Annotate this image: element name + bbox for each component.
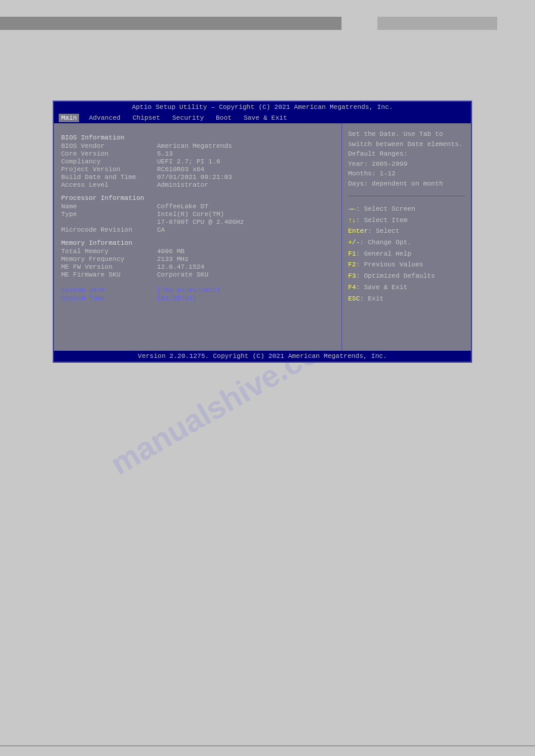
row-compliancy: Compliancy UEFI 2.7; PI 1.6 [61,158,334,165]
value-project-version: RC610RO3 x64 [157,166,204,173]
menu-item-main[interactable]: Main [59,114,79,122]
section-processor-info: Processor Information [61,195,334,202]
key-label-f2: F2 [348,261,356,268]
key-f1: F1: General Help [348,248,465,260]
bios-content: BIOS Information BIOS Vendor American Me… [54,123,471,351]
bios-help-text: Set the Date. Use Tab to switch between … [348,129,465,196]
row-microcode: Microcode Revision CA [61,226,334,233]
menu-item-chipset[interactable]: Chipset [130,114,162,122]
value-system-date[interactable]: [Thu 07/01/2021] [157,287,220,294]
key-f4: F4: Save & Exit [348,282,465,293]
key-f3: F3: Optimized Defaults [348,271,465,282]
row-bios-vendor: BIOS Vendor American Megatrends [61,142,334,150]
label-core-version: Core Version [61,150,157,157]
row-core-version: Core Version 5.13 [61,150,334,157]
label-bios-vendor: BIOS Vendor [61,142,157,150]
row-me-sku: ME Firmware SKU Corporate SKU [61,271,334,278]
key-select-item: ↑↓: Select Item [348,215,465,226]
key-select-screen: →←: Select Screen [348,204,465,215]
label-total-memory: Total Memory [61,248,157,255]
value-cpu-name: CoffeeLake DT [157,203,208,210]
label-system-date: System Date [61,287,157,294]
key-esc: ESC: Exit [348,293,465,305]
label-memory-freq: Memory Frequency [61,256,157,263]
bios-window: Aptio Setup Utility – Copyright (C) 2021… [53,101,472,363]
label-compliancy: Compliancy [61,158,157,165]
value-microcode: CA [157,226,165,233]
key-enter: Enter: Select [348,226,465,237]
row-cpu-type: Type Intel(R) Core(TM) [61,211,334,218]
label-project-version: Project Version [61,166,157,173]
key-label-screen: →← [348,205,356,212]
label-system-time: System Time [61,294,157,302]
bios-version: Version 2.20.1275. Copyright (C) 2021 Am… [54,351,471,362]
page-background: manualshive.com Aptio Setup Utility – Co… [0,0,535,756]
value-cpu-type: Intel(R) Core(TM) [157,211,224,218]
menu-item-advanced[interactable]: Advanced [86,114,123,122]
row-project-version: Project Version RC610RO3 x64 [61,166,334,173]
value-build-date: 07/01/2021 09:21:03 [157,174,232,181]
bios-keys: →←: Select Screen ↑↓: Select Item Enter:… [348,204,465,304]
section-bios-info: BIOS Information [61,134,334,141]
value-compliancy: UEFI 2.7; PI 1.6 [157,158,220,165]
value-me-fw-version: 12.0.47.1524 [157,263,204,271]
key-label-f4: F4 [348,284,356,291]
key-label-change: +/- [348,239,360,246]
value-cpu-type-cont: i7-8700T CPU @ 2.40GHz [157,218,244,226]
label-me-fw-version: ME FW Version [61,263,157,271]
value-total-memory: 4096 MB [157,248,185,255]
menu-item-boot[interactable]: Boot [213,114,234,122]
label-microcode: Microcode Revision [61,226,157,233]
key-label-enter: Enter [348,227,368,235]
bottom-bar [0,745,535,746]
menu-item-security[interactable]: Security [170,114,206,122]
row-cpu-name: Name CoffeeLake DT [61,203,334,210]
label-access-level: Access Level [61,181,157,189]
label-build-date: Build Date and Time [61,174,157,181]
key-label-item: ↑↓ [348,217,356,224]
row-access-level: Access Level Administrator [61,181,334,189]
row-system-time[interactable]: System Time [01:15:01] [61,294,334,302]
value-system-time[interactable]: [01:15:01] [157,294,197,302]
top-bar-right [377,17,497,30]
label-cpu-name: Name [61,203,157,210]
key-label-f3: F3 [348,272,356,280]
row-build-date: Build Date and Time 07/01/2021 09:21:03 [61,174,334,181]
key-f2: F2: Previous Values [348,259,465,271]
label-cpu-type: Type [61,211,157,218]
top-bar-left [0,17,341,30]
menu-item-save-exit[interactable]: Save & Exit [241,114,290,122]
key-change-opt: +/-: Change Opt. [348,237,465,248]
value-core-version: 5.13 [157,150,173,157]
bios-left-panel: BIOS Information BIOS Vendor American Me… [54,123,342,351]
label-me-sku: ME Firmware SKU [61,271,157,278]
value-access-level: Administrator [157,181,208,189]
value-bios-vendor: American Megatrends [157,142,232,150]
key-label-f1: F1 [348,250,356,257]
section-memory-info: Memory Information [61,239,334,247]
row-me-fw-version: ME FW Version 12.0.47.1524 [61,263,334,271]
label-cpu-type-cont [61,218,157,226]
row-cpu-type-cont: i7-8700T CPU @ 2.40GHz [61,218,334,226]
row-system-date[interactable]: System Date [Thu 07/01/2021] [61,287,334,294]
bios-menu: Main Advanced Chipset Security Boot Save… [54,113,471,123]
key-label-esc: ESC [348,295,360,302]
row-total-memory: Total Memory 4096 MB [61,248,334,255]
bios-title: Aptio Setup Utility – Copyright (C) 2021… [54,102,471,113]
bios-right-panel: Set the Date. Use Tab to switch between … [342,123,471,351]
value-me-sku: Corporate SKU [157,271,208,278]
value-memory-freq: 2133 MHz [157,256,189,263]
row-memory-freq: Memory Frequency 2133 MHz [61,256,334,263]
